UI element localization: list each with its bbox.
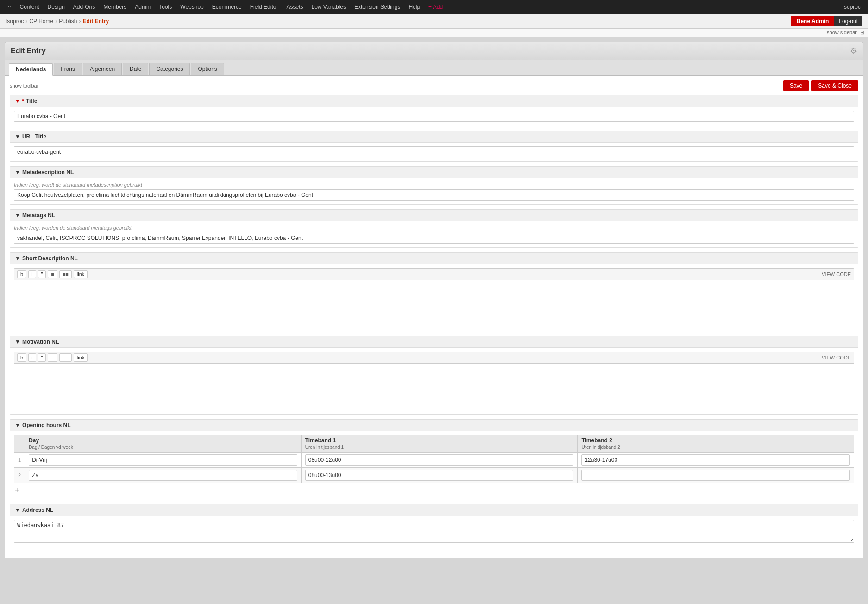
title-section-header[interactable]: ▼ * Title: [10, 95, 858, 107]
tab-nederlands[interactable]: Nederlands: [9, 63, 53, 76]
metatags-nl-label: Metatags NL: [22, 212, 55, 219]
row-2-timeband1[interactable]: [301, 468, 578, 483]
tab-algemeen[interactable]: Algemeen: [83, 63, 122, 75]
logout-button[interactable]: Log-out: [834, 16, 862, 26]
col-day: Day Dag / Dagen vd week: [25, 435, 302, 453]
tab-frans[interactable]: Frans: [54, 63, 82, 75]
motivation-rte-bold-btn[interactable]: b: [17, 353, 26, 362]
short-description-view-code[interactable]: VIEW CODE: [822, 271, 851, 277]
motivation-rte-italic-btn[interactable]: i: [28, 353, 36, 362]
opening-hours-nl-header[interactable]: ▼ Opening hours NL: [10, 420, 858, 431]
metadescription-nl-section: ▼ Metadescription NL Indien leeg, wordt …: [10, 166, 858, 205]
breadcrumb-cp-home[interactable]: CP Home: [29, 18, 53, 25]
rte-list-btn[interactable]: ≡: [48, 270, 57, 278]
rte-italic-btn[interactable]: i: [28, 270, 36, 278]
row-num-1: 1: [14, 453, 25, 468]
show-sidebar-bar: show sidebar ⊞: [0, 29, 868, 37]
nav-help[interactable]: Help: [405, 2, 424, 12]
col-timeband1: Timeband 1 Uren in tijdsband 1: [301, 435, 578, 453]
row-2-day[interactable]: [25, 468, 302, 483]
nav-webshop[interactable]: Webshop: [176, 2, 207, 12]
metatags-nl-header[interactable]: ▼ Metatags NL: [10, 210, 858, 221]
row-1-timeband2-input[interactable]: [581, 454, 850, 466]
save-button[interactable]: Save: [783, 80, 809, 91]
url-title-section-header[interactable]: ▼ URL Title: [10, 131, 858, 143]
home-icon[interactable]: ⌂: [4, 1, 15, 13]
nav-content[interactable]: Content: [16, 2, 43, 12]
row-2-timeband2-input[interactable]: [581, 470, 850, 481]
main-content: Edit Entry ⚙ Nederlands Frans Algemeen D…: [0, 37, 868, 563]
nav-tools[interactable]: Tools: [155, 2, 176, 12]
breadcrumb-isoproc[interactable]: Isoproc: [6, 18, 24, 25]
address-nl-header[interactable]: ▼ Address NL: [10, 504, 858, 516]
metatags-nl-input[interactable]: [14, 233, 854, 244]
motivation-rte-quote-btn[interactable]: ": [38, 353, 46, 362]
user-name: Bene Admin: [791, 16, 835, 26]
row-2-timeband1-input[interactable]: [305, 470, 574, 481]
motivation-nl-header[interactable]: ▼ Motivation NL: [10, 336, 858, 348]
sidebar-toggle-icon[interactable]: ⊞: [860, 30, 864, 35]
nav-assets[interactable]: Assets: [283, 2, 307, 12]
title-input[interactable]: [14, 111, 854, 122]
nav-admin[interactable]: Admin: [131, 2, 154, 12]
opening-hours-nl-label: Opening hours NL: [22, 422, 71, 428]
title-label: Title: [26, 98, 37, 104]
nav-ecommerce[interactable]: Ecommerce: [208, 2, 245, 12]
motivation-rte-list-btn[interactable]: ≡: [48, 353, 57, 362]
row-1-timeband1-input[interactable]: [305, 454, 574, 466]
metadescription-nl-header[interactable]: ▼ Metadescription NL: [10, 167, 858, 178]
nav-field-editor[interactable]: Field Editor: [246, 2, 282, 12]
title-field-section: ▼ * Title: [10, 95, 858, 126]
motivation-view-code[interactable]: VIEW CODE: [822, 355, 851, 360]
url-title-input[interactable]: [14, 146, 854, 157]
url-title-label: URL Title: [22, 133, 46, 140]
save-close-button[interactable]: Save & Close: [811, 80, 858, 91]
short-description-rte: b i " ≡ ≡≡ link VIEW CODE: [14, 268, 854, 327]
nav-members[interactable]: Members: [100, 2, 130, 12]
metadescription-nl-input[interactable]: [14, 189, 854, 201]
motivation-rte-link-btn[interactable]: link: [74, 353, 88, 362]
rte-ordered-list-btn[interactable]: ≡≡: [59, 270, 72, 278]
nav-design[interactable]: Design: [44, 2, 69, 12]
top-nav: ⌂ Content Design Add-Ons Members Admin T…: [0, 0, 868, 14]
motivation-nl-section: ▼ Motivation NL b i " ≡ ≡≡ link VIEW COD…: [10, 336, 858, 415]
row-2-day-input[interactable]: [29, 470, 297, 481]
opening-hours-nl-section: ▼ Opening hours NL Day Dag / Dagen vd we…: [10, 419, 858, 499]
breadcrumb-publish[interactable]: Publish: [59, 18, 77, 25]
row-1-day-input[interactable]: [29, 454, 297, 466]
nav-low-variables[interactable]: Low Variables: [308, 2, 349, 12]
show-toolbar-link[interactable]: show toolbar: [10, 83, 38, 88]
nav-addons[interactable]: Add-Ons: [69, 2, 99, 12]
rte-link-btn[interactable]: link: [74, 270, 88, 278]
row-2-timeband2[interactable]: [578, 468, 854, 483]
table-row: 2: [14, 468, 854, 483]
add-button[interactable]: + Add: [425, 2, 447, 12]
row-num-2: 2: [14, 468, 25, 483]
tab-options[interactable]: Options: [191, 63, 224, 75]
motivation-rte: b i " ≡ ≡≡ link VIEW CODE: [14, 352, 854, 410]
content-panel: show toolbar Save Save & Close ▼ * Title…: [5, 76, 863, 558]
short-description-nl-label: Short Description NL: [22, 255, 78, 262]
add-row-button[interactable]: +: [14, 485, 20, 495]
motivation-rte-ordered-list-btn[interactable]: ≡≡: [59, 353, 72, 362]
breadcrumb-edit-entry: Edit Entry: [83, 18, 109, 25]
page-title: Edit Entry: [11, 47, 46, 55]
motivation-rte-body[interactable]: [14, 364, 854, 410]
nav-extension-settings[interactable]: Extension Settings: [351, 2, 404, 12]
short-description-rte-body[interactable]: [14, 280, 854, 327]
metatags-nl-section: ▼ Metatags NL Indien leeg, worden de sta…: [10, 209, 858, 248]
short-description-nl-header[interactable]: ▼ Short Description NL: [10, 253, 858, 264]
rte-quote-btn[interactable]: ": [38, 270, 46, 278]
row-1-timeband2[interactable]: [578, 453, 854, 468]
show-sidebar-link[interactable]: show sidebar: [827, 30, 857, 35]
row-1-timeband1[interactable]: [301, 453, 578, 468]
row-1-day[interactable]: [25, 453, 302, 468]
settings-icon: ⚙: [850, 46, 857, 56]
edit-entry-header: Edit Entry ⚙: [5, 42, 863, 60]
address-nl-label: Address NL: [22, 507, 53, 513]
address-nl-textarea[interactable]: [14, 520, 854, 543]
toolbar-row: show toolbar Save Save & Close: [10, 80, 858, 91]
tab-categories[interactable]: Categories: [149, 63, 190, 75]
rte-bold-btn[interactable]: b: [17, 270, 26, 278]
tab-date[interactable]: Date: [123, 63, 148, 75]
